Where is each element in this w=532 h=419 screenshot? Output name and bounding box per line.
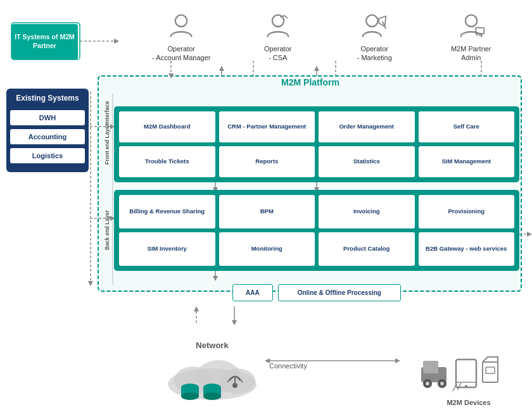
- svg-point-59: [426, 382, 429, 385]
- backend-grid: Billing & Revenue Sharing BPM Invoicing …: [119, 195, 514, 266]
- existing-system-accounting: Accounting: [10, 129, 85, 144]
- svg-marker-22: [219, 66, 224, 71]
- m2m-partner-admin-label: M2M PartnerAdmin: [451, 44, 491, 63]
- existing-system-dwh: DWH: [10, 110, 85, 125]
- it-systems-box: IT Systems of M2M Partner: [11, 24, 78, 59]
- operator-marketing-label: Operator- Marketing: [357, 44, 392, 63]
- fe-sim-management: SIM Management: [419, 146, 515, 177]
- svg-point-51: [181, 392, 199, 400]
- fe-m2m-dashboard: M2M Dashboard: [119, 111, 215, 142]
- personas-row: Operator- Account Manager Operator- CSA …: [133, 13, 519, 63]
- aaa-row: AAA Online & Offline Processing: [114, 278, 519, 306]
- diagram-container: IT Systems of M2M Partner Operator- Acco…: [0, 0, 532, 419]
- backend-layer: Billing & Revenue Sharing BPM Invoicing …: [114, 190, 519, 271]
- svg-rect-65: [483, 362, 498, 382]
- be-b2b-gateway: B2B Gateway - web services: [419, 232, 515, 266]
- be-bpm: BPM: [219, 195, 315, 228]
- m2m-devices-section: M2M Devices: [415, 348, 522, 406]
- operator-marketing-icon: [360, 13, 388, 41]
- it-systems-label: IT Systems of M2M Partner: [14, 33, 75, 50]
- connectivity-label: Connectivity: [269, 362, 307, 370]
- existing-systems-title: Existing Systems: [10, 94, 85, 104]
- be-billing-revenue-sharing: Billing & Revenue Sharing: [119, 195, 215, 228]
- svg-marker-20: [232, 320, 237, 325]
- backend-layer-label: Back end Layer: [100, 190, 114, 271]
- be-provisioning: Provisioning: [419, 195, 515, 228]
- persona-m2m-partner-admin: M2M PartnerAdmin: [436, 13, 506, 63]
- existing-system-logistics: Logistics: [10, 148, 85, 163]
- svg-marker-26: [395, 358, 400, 363]
- fe-reports: Reports: [219, 146, 315, 177]
- fe-order-management: Order Management: [319, 111, 415, 142]
- svg-point-36: [175, 15, 187, 27]
- svg-marker-18: [88, 281, 93, 286]
- svg-point-64: [465, 385, 467, 387]
- frontend-layer-label: Front end Layer: [100, 106, 114, 182]
- persona-operator-csa: Operator- CSA: [243, 13, 313, 63]
- svg-point-61: [440, 382, 444, 385]
- svg-marker-30: [194, 306, 199, 311]
- existing-systems: Existing Systems DWH Accounting Logistic…: [6, 89, 89, 172]
- be-sim-inventory: SIM Inventory: [119, 232, 215, 266]
- svg-rect-62: [456, 360, 476, 387]
- frontend-layer: M2M Dashboard CRM - Partner Management O…: [114, 106, 519, 182]
- fe-self-care: Self Care: [419, 111, 515, 142]
- aaa-cell: AAA: [232, 284, 273, 301]
- svg-point-55: [232, 383, 238, 388]
- svg-point-48: [220, 368, 255, 394]
- fe-trouble-tickets: Trouble Tickets: [119, 146, 215, 177]
- network-label: Network: [196, 341, 228, 350]
- svg-rect-57: [423, 361, 438, 373]
- svg-marker-2: [114, 39, 119, 44]
- operator-account-manager-icon: [167, 13, 195, 41]
- m2m-partner-admin-icon: [457, 13, 485, 41]
- frontend-grid: M2M Dashboard CRM - Partner Management O…: [119, 111, 514, 177]
- svg-marker-6: [527, 232, 532, 237]
- m2m-devices-icons: [418, 348, 519, 399]
- fe-statistics: Statistics: [319, 146, 415, 177]
- operator-csa-label: Operator- CSA: [264, 44, 291, 63]
- svg-marker-24: [314, 66, 319, 71]
- be-product-catalog: Product Catalog: [319, 232, 415, 266]
- m2m-platform-title: M2M Platform: [98, 77, 522, 87]
- be-invoicing: Invoicing: [319, 195, 415, 228]
- cloud-icon: [162, 353, 263, 400]
- network-section: Network: [133, 341, 291, 400]
- svg-point-54: [203, 392, 221, 400]
- svg-point-40: [466, 15, 477, 27]
- m2m-devices-label: M2M Devices: [446, 399, 490, 406]
- online-offline-processing-cell: Online & Offline Processing: [278, 284, 401, 301]
- persona-operator-marketing: Operator- Marketing: [339, 13, 409, 63]
- fe-crm-partner-management: CRM - Partner Management: [219, 111, 315, 142]
- svg-rect-66: [486, 367, 495, 373]
- persona-operator-account-manager: Operator- Account Manager: [146, 13, 216, 63]
- svg-point-38: [366, 15, 377, 27]
- be-monitoring: Monitoring: [219, 232, 315, 266]
- operator-csa-icon: [264, 13, 292, 41]
- operator-account-manager-label: Operator- Account Manager: [152, 44, 210, 63]
